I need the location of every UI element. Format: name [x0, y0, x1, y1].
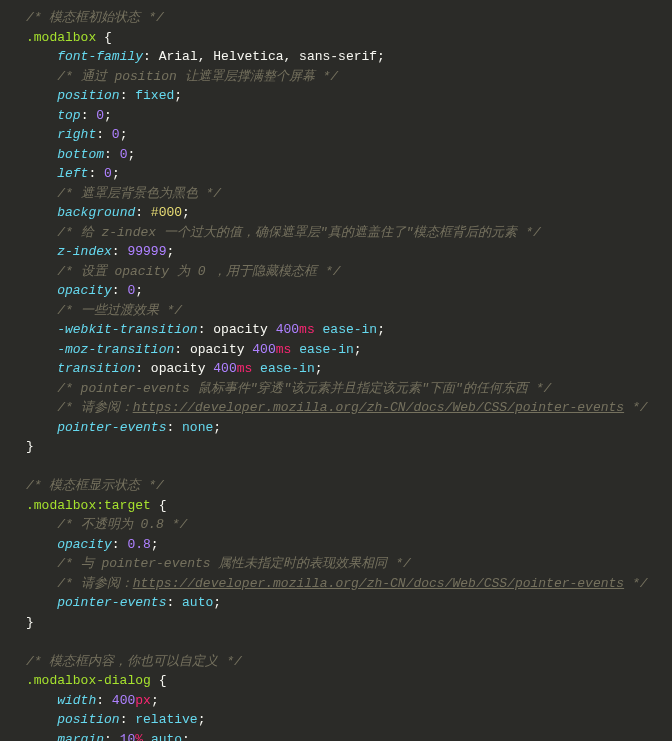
comment: /* pointer-events 鼠标事件"穿透"该元素并且指定该元素"下面"…: [57, 381, 551, 396]
comment: /* 设置 opacity 为 0 ，用于隐藏模态框 */: [57, 264, 340, 279]
css-value: auto: [182, 595, 213, 610]
css-property: position: [57, 712, 119, 727]
code-editor[interactable]: /* 模态框初始状态 */ .modalbox { font-family: A…: [0, 0, 672, 741]
css-property: margin: [57, 732, 104, 742]
css-property: background: [57, 205, 135, 220]
css-property: left: [57, 166, 88, 181]
css-property: pointer-events: [57, 595, 166, 610]
selector: .modalbox: [26, 30, 96, 45]
comment: /* 不透明为 0.8 */: [57, 517, 187, 532]
css-value: Arial, Helvetica, sans-serif: [159, 49, 377, 64]
css-value: relative: [135, 712, 197, 727]
css-value: fixed: [135, 88, 174, 103]
css-property: bottom: [57, 147, 104, 162]
css-property: pointer-events: [57, 420, 166, 435]
css-property: top: [57, 108, 80, 123]
comment: /* 与 pointer-events 属性未指定时的表现效果相同 */: [57, 556, 411, 571]
url-link[interactable]: https://developer.mozilla.org/zh-CN/docs…: [133, 576, 624, 591]
comment: /* 模态框初始状态 */: [26, 10, 164, 25]
comment: /* 给 z-index 一个过大的值，确保遮罩层"真的遮盖住了"模态框背后的元…: [57, 225, 541, 240]
css-property: width: [57, 693, 96, 708]
comment: /* 一些过渡效果 */: [57, 303, 182, 318]
url-link[interactable]: https://developer.mozilla.org/zh-CN/docs…: [133, 400, 624, 415]
css-property: right: [57, 127, 96, 142]
selector: .modalbox:target: [26, 498, 151, 513]
css-property: position: [57, 88, 119, 103]
css-property: transition: [57, 361, 135, 376]
css-property: z-index: [57, 244, 112, 259]
css-property: opacity: [57, 537, 112, 552]
comment: /* 遮罩层背景色为黑色 */: [57, 186, 221, 201]
css-value: none: [182, 420, 213, 435]
css-property: -moz-transition: [57, 342, 174, 357]
css-property: -webkit-transition: [57, 322, 197, 337]
selector: .modalbox-dialog: [26, 673, 151, 688]
comment: /* 模态框内容，你也可以自定义 */: [26, 654, 242, 669]
comment: /* 通过 position 让遮罩层撑满整个屏幕 */: [57, 69, 338, 84]
css-property: font-family: [57, 49, 143, 64]
css-value: #000: [151, 205, 182, 220]
css-value: 0: [112, 127, 120, 142]
css-property: opacity: [57, 283, 112, 298]
css-value: 0: [104, 166, 112, 181]
css-value: 99999: [127, 244, 166, 259]
comment: /* 请参阅：https://developer.mozilla.org/zh-…: [57, 400, 647, 415]
css-value: 0.8: [127, 537, 150, 552]
css-value: 0: [96, 108, 104, 123]
comment: /* 请参阅：https://developer.mozilla.org/zh-…: [57, 576, 647, 591]
comment: /* 模态框显示状态 */: [26, 478, 164, 493]
